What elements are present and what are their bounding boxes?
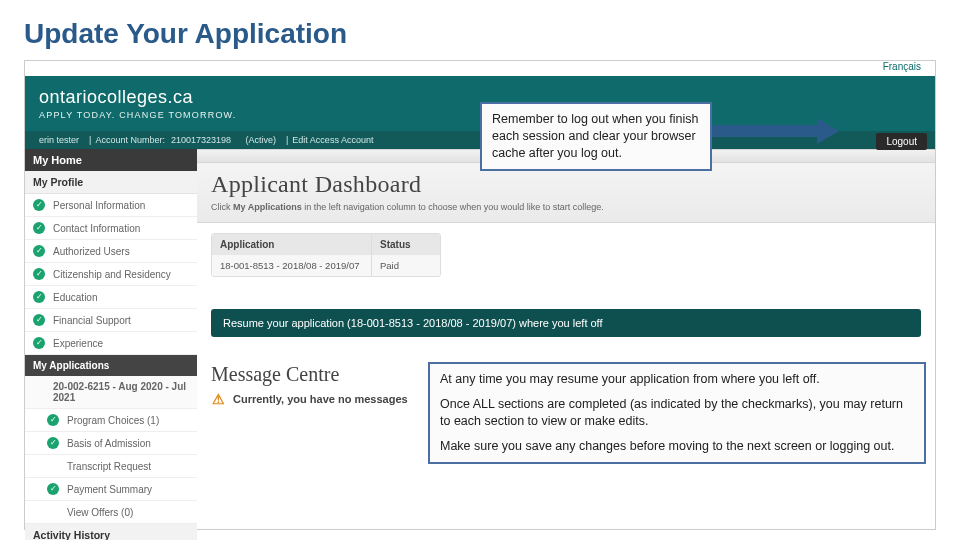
sidebar-my-profile[interactable]: My Profile <box>25 171 197 194</box>
callout-arrow <box>712 118 842 144</box>
sidebar-item-authorized-users[interactable]: ✓Authorized Users <box>25 240 197 263</box>
logo-text: ontariocolleges.ca <box>39 87 237 108</box>
main-content: Applicant Dashboard Click My Application… <box>197 149 935 529</box>
sidebar-item-program-choices[interactable]: ✓Program Choices (1) <box>25 409 197 432</box>
account-label: Account Number: <box>95 135 165 145</box>
applications-table: Application Status 18-001-8513 - 2018/08… <box>211 233 441 277</box>
page-title: Applicant Dashboard <box>211 171 921 198</box>
sidebar-activity-history[interactable]: Activity History <box>25 524 197 540</box>
sidebar-my-home[interactable]: My Home <box>25 149 197 171</box>
check-icon: ✓ <box>33 291 45 303</box>
sidebar-item-transcript-request[interactable]: Transcript Request <box>25 455 197 478</box>
sidebar-item-experience[interactable]: ✓Experience <box>25 332 197 355</box>
check-icon: ✓ <box>33 245 45 257</box>
account-status-value: (Active) <box>246 135 277 145</box>
check-icon: ✓ <box>47 414 59 426</box>
sidebar-item-label: View Offers (0) <box>67 507 133 518</box>
callout-resume-tip: At any time you may resume your applicat… <box>428 362 926 464</box>
warning-icon: ⚠ <box>211 392 225 406</box>
sidebar-item-label: Education <box>53 292 97 303</box>
check-icon: ✓ <box>33 337 45 349</box>
check-icon: ✓ <box>47 483 59 495</box>
callout-logout-tip: Remember to log out when you finish each… <box>480 102 712 171</box>
check-icon: ✓ <box>47 437 59 449</box>
table-header-application: Application <box>212 234 372 255</box>
sidebar-item-payment-summary[interactable]: ✓Payment Summary <box>25 478 197 501</box>
sidebar-my-applications[interactable]: My Applications <box>25 355 197 376</box>
account-status <box>237 135 240 145</box>
check-icon: ✓ <box>33 314 45 326</box>
account-number: 210017323198 <box>171 135 231 145</box>
sidebar-item-label: 20-002-6215 - Aug 2020 - Jul 2021 <box>53 381 189 403</box>
sidebar-item-label: Program Choices (1) <box>67 415 159 426</box>
page-help-text: Click My Applications in the left naviga… <box>211 202 921 212</box>
sidebar-item-label: Financial Support <box>53 315 131 326</box>
sidebar-item-contact-information[interactable]: ✓Contact Information <box>25 217 197 240</box>
sidebar-application-row[interactable]: 20-002-6215 - Aug 2020 - Jul 2021 <box>25 376 197 409</box>
sidebar-item-label: Citizenship and Residency <box>53 269 171 280</box>
sidebar-item-label: Experience <box>53 338 103 349</box>
logo-tagline: APPLY TODAY. CHANGE TOMORROW. <box>39 110 237 120</box>
sidebar-item-education[interactable]: ✓Education <box>25 286 197 309</box>
table-cell-application: 18-001-8513 - 2018/08 - 2019/07 <box>212 255 372 276</box>
slide-title: Update Your Application <box>0 0 960 60</box>
sidebar-item-citizenship-residency[interactable]: ✓Citizenship and Residency <box>25 263 197 286</box>
check-icon: ✓ <box>33 268 45 280</box>
table-header-status: Status <box>372 234 419 255</box>
sidebar-item-financial-support[interactable]: ✓Financial Support <box>25 309 197 332</box>
edit-access-link[interactable]: Edit Access Account <box>292 135 373 145</box>
sidebar-item-label: Authorized Users <box>53 246 130 257</box>
check-icon: ✓ <box>33 222 45 234</box>
sidebar: My Home My Profile ✓Personal Information… <box>25 149 197 529</box>
table-row[interactable]: 18-001-8513 - 2018/08 - 2019/07 Paid <box>212 255 440 276</box>
resume-application-button[interactable]: Resume your application (18-001-8513 - 2… <box>211 309 921 337</box>
lang-francais-link[interactable]: Français <box>883 61 921 72</box>
sidebar-item-label: Payment Summary <box>67 484 152 495</box>
sidebar-item-label: Contact Information <box>53 223 140 234</box>
sidebar-item-label: Basis of Admission <box>67 438 151 449</box>
check-icon: ✓ <box>33 199 45 211</box>
sidebar-item-basis-of-admission[interactable]: ✓Basis of Admission <box>25 432 197 455</box>
message-text: Currently, you have no messages <box>233 393 408 405</box>
user-name: erin tester <box>39 135 79 145</box>
sidebar-item-view-offers[interactable]: View Offers (0) <box>25 501 197 524</box>
sidebar-item-label: Personal Information <box>53 200 145 211</box>
table-cell-status: Paid <box>372 255 407 276</box>
logout-button[interactable]: Logout <box>876 133 927 150</box>
sidebar-item-personal-information[interactable]: ✓Personal Information <box>25 194 197 217</box>
language-bar: Français <box>25 61 935 76</box>
sidebar-item-label: Transcript Request <box>67 461 151 472</box>
